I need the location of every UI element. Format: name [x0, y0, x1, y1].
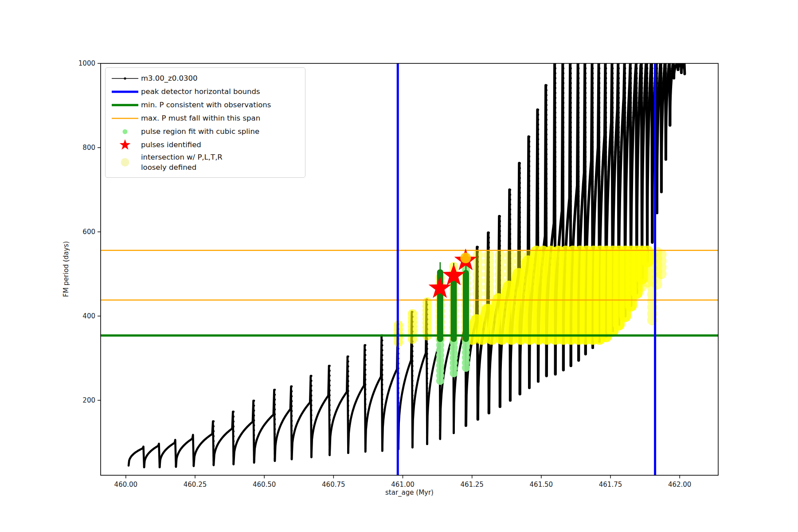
- series-line: [292, 376, 311, 459]
- series-line: [254, 390, 275, 462]
- legend-entry: peak detector horizontal bounds: [109, 86, 300, 98]
- legend-entry-label: peak detector horizontal bounds: [141, 86, 260, 97]
- x-tick-label: 462.00: [668, 481, 692, 489]
- legend-entry: m3.00_z0.0300: [109, 72, 300, 85]
- series-line: [176, 435, 194, 467]
- bound-line-icon: [111, 99, 139, 111]
- series-line: [311, 366, 329, 457]
- intersection-overlap-dot: [460, 253, 471, 263]
- y-tick-label: 200: [82, 396, 95, 404]
- span-line-icon: [111, 112, 139, 125]
- intersection-solid-segment: [593, 252, 594, 339]
- y-tick-label: 1000: [78, 59, 95, 67]
- legend-entry: min. P consistent with observations: [109, 99, 300, 111]
- legend-entry-label: max. P must fall within this span: [141, 113, 260, 123]
- x-tick-label: 460.25: [184, 481, 207, 489]
- dot-marker-icon: [111, 125, 139, 138]
- legend-entry-label: intersection w/ P,L,T,R loosely defined: [141, 152, 223, 173]
- y-tick-label: 800: [82, 144, 95, 152]
- series-line-icon: [111, 72, 139, 85]
- series-line: [348, 345, 365, 453]
- x-tick-label: 461.25: [460, 481, 484, 489]
- y-tick-label: 600: [82, 228, 95, 236]
- series-line: [234, 401, 254, 464]
- y-axis-label: FM period (days): [62, 241, 70, 297]
- series-line: [365, 336, 382, 452]
- star-marker-icon: [111, 139, 139, 151]
- y-tick-label: 400: [82, 312, 95, 320]
- legend-entry-label: pulses identified: [141, 140, 201, 150]
- legend-entry: max. P must fall within this span: [109, 112, 300, 125]
- intersection-solid-segment: [599, 252, 600, 339]
- series-line: [275, 387, 292, 461]
- figure: 460.00460.25460.50460.75461.00461.25461.…: [0, 0, 798, 532]
- legend-entry-label: min. P consistent with observations: [141, 100, 271, 110]
- x-tick-label: 460.50: [253, 481, 276, 489]
- series-line: [681, 63, 685, 74]
- legend-entry: pulse region fit with cubic spline: [109, 125, 300, 138]
- legend: m3.00_z0.0300peak detector horizontal bo…: [105, 67, 305, 178]
- intersection-solid-segment: [571, 252, 573, 339]
- x-tick-label: 461.75: [599, 481, 622, 489]
- x-axis-label: star_age (Myr): [101, 489, 718, 497]
- intersection-solid-segment: [586, 252, 587, 339]
- series-line: [214, 412, 234, 466]
- legend-entry: intersection w/ P,L,T,R loosely defined: [109, 152, 300, 173]
- series-line: [160, 440, 176, 467]
- dot-marker-icon: [111, 156, 139, 168]
- x-tick-label: 460.75: [322, 481, 345, 489]
- intersection-solid-segment: [606, 252, 606, 336]
- series-line: [330, 356, 348, 455]
- series-line: [129, 446, 144, 467]
- x-tick-label: 461.50: [530, 481, 553, 489]
- series-line: [144, 444, 160, 467]
- legend-entry: pulses identified: [109, 139, 300, 151]
- x-tick-label: 461.00: [391, 481, 415, 489]
- series-line: [194, 421, 214, 466]
- legend-entry-label: pulse region fit with cubic spline: [141, 126, 259, 137]
- bound-line-icon: [111, 86, 139, 98]
- x-tick-label: 460.00: [114, 481, 138, 489]
- intersection-solid-segment: [619, 252, 619, 325]
- legend-entry-label: m3.00_z0.0300: [141, 73, 197, 83]
